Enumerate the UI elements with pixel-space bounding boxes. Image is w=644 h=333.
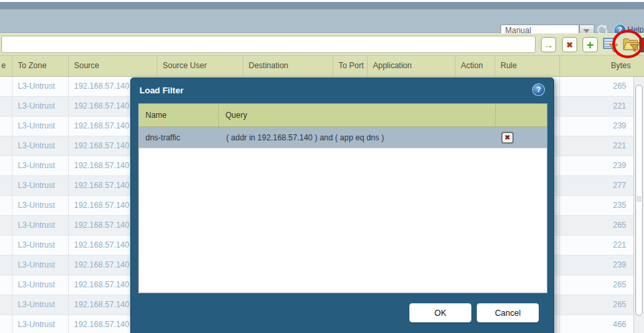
cell-bytes[interactable]: 221 — [559, 136, 633, 156]
load-filter-dialog: Load Filter ? Name Query dns-traffic( ad… — [130, 77, 554, 333]
dialog-col-name: Name — [139, 104, 218, 126]
dialog-filter-table: Name Query dns-traffic( addr in 192.168.… — [138, 103, 547, 293]
cell-bytes[interactable]: 466 — [559, 315, 633, 333]
red-x-icon: ✖ — [566, 40, 573, 50]
cell-to_zone[interactable]: L3-Untrust — [12, 236, 68, 255]
dialog-col-query: Query — [218, 104, 495, 126]
column-header-to-zone[interactable]: To Zone — [12, 56, 68, 76]
column-header-source[interactable]: Source — [68, 56, 157, 76]
delete-filter-button[interactable]: ✖ — [501, 132, 514, 144]
column-header-source-user[interactable]: Source User — [157, 56, 243, 76]
cell-to_zone[interactable]: L3-Untrust — [12, 216, 68, 235]
cell-edge — [0, 136, 12, 156]
cell-to_zone[interactable]: L3-Untrust — [12, 77, 68, 96]
filter-disk-icon — [602, 36, 620, 54]
cell-edge — [0, 176, 12, 195]
cell-bytes[interactable]: 265 — [559, 216, 633, 235]
vertical-scrollbar[interactable] — [633, 77, 644, 333]
load-filter-button[interactable] — [622, 36, 639, 54]
top-nav-bar — [0, 2, 644, 9]
dialog-col-actions — [495, 104, 547, 126]
column-header-bytes[interactable]: Bytes — [559, 56, 644, 76]
cell-to_zone[interactable]: L3-Untrust — [12, 256, 68, 275]
cell-bytes[interactable]: 239 — [559, 117, 633, 136]
plus-icon: + — [586, 38, 594, 52]
cell-bytes[interactable]: 239 — [559, 156, 633, 175]
column-header-to-port[interactable]: To Port — [333, 56, 367, 76]
save-filter-button[interactable] — [602, 36, 620, 54]
column-header-e[interactable]: e — [0, 56, 12, 76]
ok-button[interactable]: OK — [409, 303, 471, 322]
cell-to_zone[interactable]: L3-Untrust — [12, 315, 68, 333]
cell-bytes[interactable]: 265 — [559, 275, 633, 295]
column-header-action[interactable]: Action — [455, 56, 495, 76]
cell-to_zone[interactable]: L3-Untrust — [12, 136, 68, 156]
cell-edge — [0, 256, 12, 275]
cell-to_zone[interactable]: L3-Untrust — [12, 196, 68, 215]
filter-query: ( addr in 192.168.57.140 ) and ( app eq … — [218, 127, 495, 148]
filter-name: dns-traffic — [139, 127, 218, 148]
cell-edge — [0, 97, 12, 116]
scrollbar-thumb[interactable] — [635, 85, 643, 316]
cell-edge — [0, 216, 12, 235]
cell-to_zone[interactable]: L3-Untrust — [12, 275, 68, 295]
cell-edge — [0, 117, 12, 136]
dialog-help-icon[interactable]: ? — [533, 84, 544, 95]
clear-filter-button[interactable]: ✖ — [562, 37, 577, 52]
log-table-header: eTo ZoneSourceSource UserDestinationTo P… — [0, 56, 644, 77]
traffic-log-page: Manual ? Help → ✖ + — [0, 0, 644, 333]
filter-input[interactable] — [1, 36, 536, 53]
cell-bytes[interactable]: 235 — [559, 196, 633, 215]
cell-edge — [0, 275, 12, 295]
cell-to_zone[interactable]: L3-Untrust — [12, 176, 68, 195]
cell-to_zone[interactable]: L3-Untrust — [12, 295, 68, 314]
saved-filter-row[interactable]: dns-traffic( addr in 192.168.57.140 ) an… — [139, 127, 547, 148]
page-control-bar: Manual ? Help — [0, 9, 644, 33]
folder-filter-icon — [622, 36, 640, 53]
arrow-right-icon: → — [543, 39, 553, 50]
apply-filter-button[interactable]: → — [541, 37, 556, 52]
cell-edge — [0, 156, 12, 175]
cell-edge — [0, 77, 12, 96]
cancel-button[interactable]: Cancel — [477, 303, 539, 322]
cell-edge — [0, 196, 12, 215]
cell-bytes[interactable]: 221 — [559, 236, 633, 255]
cell-bytes[interactable]: 277 — [559, 176, 633, 195]
cell-to_zone[interactable]: L3-Untrust — [12, 117, 68, 136]
column-header-rule[interactable]: Rule — [495, 56, 559, 76]
cell-bytes[interactable]: 221 — [559, 97, 633, 116]
dialog-table-header: Name Query — [139, 104, 547, 127]
cell-to_zone[interactable]: L3-Untrust — [12, 156, 68, 175]
column-header-destination[interactable]: Destination — [243, 56, 333, 76]
column-header-application[interactable]: Application — [367, 56, 455, 76]
filter-toolbar: → ✖ + — [0, 33, 644, 56]
cell-bytes[interactable]: 265 — [559, 295, 633, 314]
cell-edge — [0, 236, 12, 255]
cell-bytes[interactable]: 239 — [559, 256, 633, 275]
export-button[interactable] — [639, 38, 644, 52]
cell-to_zone[interactable]: L3-Untrust — [12, 97, 68, 116]
add-filter-button[interactable]: + — [583, 37, 598, 52]
scrollbar-grip-icon — [637, 197, 641, 202]
dialog-title: Load Filter — [140, 85, 183, 95]
cell-edge — [0, 315, 12, 333]
cell-bytes[interactable]: 265 — [559, 77, 633, 96]
cell-edge — [0, 295, 12, 314]
